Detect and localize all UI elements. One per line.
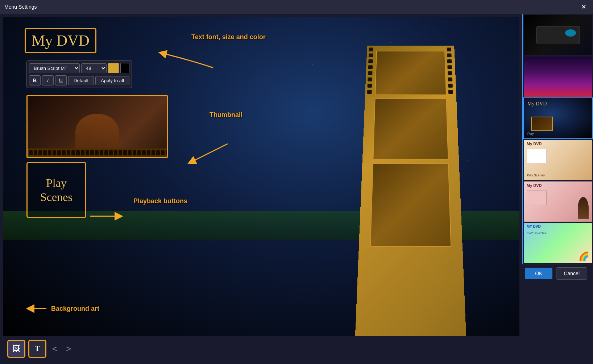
playback-text: Play Scenes [40, 176, 72, 204]
title-text-box[interactable]: My DVD [25, 28, 96, 53]
theme4-nav: Play Scenes [527, 173, 545, 177]
theme-thumb-5[interactable]: My DVD [523, 181, 593, 222]
theme-thumb-3[interactable]: My DVD Play [523, 97, 593, 139]
theme-thumb-2[interactable] [523, 56, 593, 97]
theme1-vhs [536, 26, 580, 44]
theme2-background [524, 57, 592, 97]
text-tool-button[interactable]: T [28, 340, 46, 358]
theme1-indicator [565, 29, 576, 37]
italic-button[interactable]: I [42, 75, 54, 85]
theme1-background [524, 15, 592, 55]
theme-thumb-4[interactable]: My DVD Play Scenes [523, 139, 593, 181]
right-panel: My DVD Play My DVD Play Scenes [522, 14, 593, 264]
preview-canvas: My DVD Brush Script MT Arial Times New R… [3, 17, 519, 336]
font-row-1: Brush Script MT Arial Times New Roman 48… [29, 63, 129, 73]
theme6-rainbow: 🌈 [579, 251, 589, 262]
title-bar: Menu Settings ✕ [0, 0, 593, 14]
bold-button[interactable]: B [29, 75, 41, 85]
image-tool-button[interactable]: 🖼 [7, 340, 25, 358]
window-title: Menu Settings [4, 4, 37, 10]
theme3-thumbnail [531, 117, 553, 131]
center-area: My DVD Brush Script MT Arial Times New R… [0, 14, 522, 364]
thumbnail-inner [28, 96, 167, 157]
right-panel-wrapper: My DVD Play My DVD Play Scenes [522, 14, 593, 364]
theme4-background: My DVD Play Scenes [524, 140, 592, 180]
text-tool-icon: T [35, 344, 40, 353]
close-button[interactable]: ✕ [579, 2, 589, 12]
arrow-bg-art-icon [26, 303, 48, 314]
theme3-background: My DVD Play [524, 98, 592, 138]
font-family-select[interactable]: Brush Script MT Arial Times New Roman [29, 63, 80, 73]
thumbnail-box[interactable] [26, 95, 168, 158]
menu-settings-window: Menu Settings ✕ [0, 0, 593, 364]
theme4-title: My DVD [527, 142, 542, 146]
format-row: B I U Default Apply to all [29, 75, 129, 85]
underline-button[interactable]: U [55, 75, 67, 85]
theme4-thumbnail [527, 149, 547, 163]
default-button[interactable]: Default [68, 76, 94, 85]
theme3-label: My DVD [527, 101, 547, 107]
theme6-subtitle: PLAY SCENES [527, 231, 547, 234]
dialog-footer: OK Cancel [522, 264, 593, 282]
prev-button[interactable]: < [49, 342, 60, 355]
theme5-figure [578, 197, 589, 219]
theme-thumb-6[interactable]: MY DVD PLAY SCENES 🌈 [523, 222, 593, 264]
main-content: My DVD Brush Script MT Arial Times New R… [0, 14, 593, 364]
theme3-nav-text: Play [527, 132, 534, 135]
playback-box[interactable]: Play Scenes [26, 162, 86, 218]
annotation-text-font: Text font, size and color [191, 33, 266, 41]
theme6-title: MY DVD [527, 225, 541, 229]
next-button[interactable]: > [63, 342, 74, 355]
annotation-text-playback: Playback buttons [133, 197, 187, 205]
ok-button[interactable]: OK [525, 268, 552, 279]
thumbnail-filmstrip-bottom [28, 148, 167, 157]
thumbnail-figure [75, 114, 119, 150]
annotation-text-thumbnail: Thumbnail [210, 111, 242, 119]
theme5-title: My DVD [527, 183, 542, 188]
annotation-arrow-playback [90, 202, 177, 231]
cancel-button[interactable]: Cancel [556, 267, 587, 280]
annotation-arrow-font [141, 39, 235, 86]
font-controls: Brush Script MT Arial Times New Roman 48… [26, 60, 132, 88]
annotation-background-art: Background art [26, 303, 99, 314]
title-text: My DVD [32, 32, 90, 49]
color-bar[interactable] [120, 63, 129, 73]
annotation-arrow-thumbnail [177, 122, 249, 176]
image-tool-icon: 🖼 [12, 344, 20, 353]
theme-thumb-1[interactable] [523, 14, 593, 56]
color-swatch[interactable] [108, 63, 119, 73]
theme6-background: MY DVD PLAY SCENES 🌈 [524, 223, 592, 263]
theme5-thumbnail [527, 191, 547, 205]
apply-all-button[interactable]: Apply to all [95, 76, 129, 85]
bottom-toolbar: 🖼 T < > [3, 336, 519, 361]
overlay-elements: My DVD Brush Script MT Arial Times New R… [3, 17, 519, 336]
font-size-select[interactable]: 48 24 36 60 [81, 63, 107, 73]
theme5-background: My DVD [524, 181, 592, 222]
